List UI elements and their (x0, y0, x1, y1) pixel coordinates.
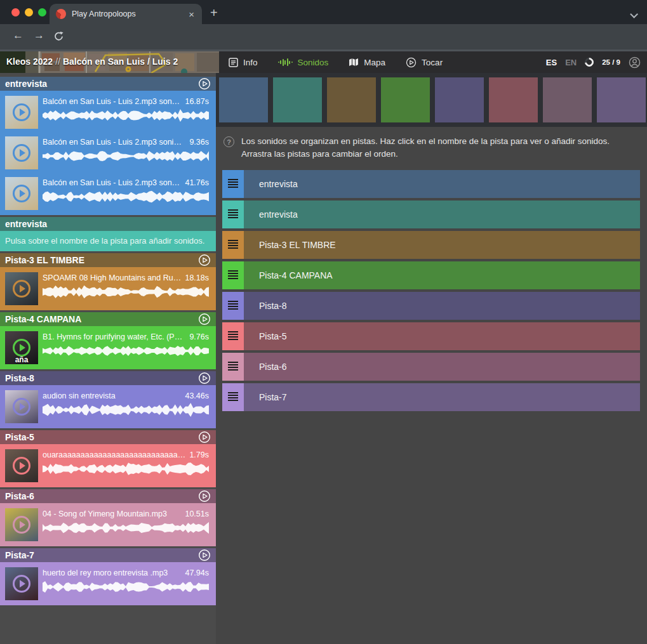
browser-tab[interactable]: Play Antropoloops × (50, 4, 202, 24)
loop-cell[interactable] (381, 77, 430, 122)
clip[interactable]: Balcón en San Luis - Luis 2.mp3 sonido h… (2, 133, 214, 173)
clip[interactable]: SPOAMR 08 High Mountains and Running ...… (2, 269, 214, 308)
forward-button[interactable]: → (34, 29, 44, 42)
clip[interactable]: 04 - Song of Yimeng Mountain.mp310.51s (2, 505, 214, 544)
account-icon[interactable] (629, 56, 641, 69)
clip[interactable]: Balcón en San Luis - Luis 2.mp3 sonido h… (2, 174, 214, 213)
clip[interactable]: audion sin entrevista43.46s (2, 387, 214, 426)
clip-thumbnail[interactable] (5, 177, 38, 210)
clip[interactable]: ouaraaaaaaaaaaaaaaaaaaaaaaaaaaaaaaaaa...… (2, 446, 214, 485)
track-header[interactable]: entrevista (0, 217, 216, 231)
drag-handle[interactable] (222, 200, 244, 228)
lang-es-button[interactable]: ES (546, 58, 557, 67)
drag-handle[interactable] (222, 322, 244, 350)
close-window-button[interactable] (11, 8, 20, 16)
location-thumbnail[interactable]: Kleos 2022//Balcón en San Luis / Luis 2 (0, 51, 219, 73)
loop-cell[interactable] (219, 77, 268, 122)
clip-body: audion sin entrevista43.46s (41, 387, 214, 426)
drag-handle-icon (228, 301, 238, 310)
track-row-pista-5[interactable]: Pista-5 (222, 322, 640, 350)
track-row-entrevista-1[interactable]: entrevista (222, 170, 640, 198)
clip-play-icon[interactable] (13, 280, 30, 298)
drag-handle[interactable] (222, 170, 244, 198)
clip-play-icon[interactable] (13, 457, 30, 475)
play-track-icon[interactable] (198, 490, 211, 503)
nav-mapa[interactable]: Mapa (349, 58, 385, 67)
clip-thumbnail[interactable] (5, 96, 38, 129)
clip-thumbnail[interactable] (5, 449, 38, 482)
help-icon: ? (223, 136, 234, 147)
loop-cell[interactable] (435, 77, 484, 122)
track-row-label: Pista-3 EL TIMBRE (259, 240, 336, 250)
clip-play-icon[interactable] (13, 575, 30, 593)
nav-sonidos[interactable]: Sonidos (278, 58, 329, 67)
track-header[interactable]: Pista-7 (0, 548, 216, 562)
play-track-icon[interactable] (198, 313, 211, 325)
play-track-icon[interactable] (198, 549, 211, 562)
loop-cell[interactable] (489, 77, 538, 122)
clip-thumbnail[interactable] (5, 272, 38, 305)
lang-en-button[interactable]: EN (565, 58, 577, 67)
clip[interactable]: aña B1. Hymns for purifying water, Etc. … (2, 328, 214, 367)
track-row-pista-7[interactable]: Pista-7 (222, 383, 640, 411)
map-icon (349, 58, 359, 67)
track-header[interactable]: Pista-3 EL TIMBRE (0, 253, 216, 267)
track-row-entrevista-2[interactable]: entrevista (222, 200, 640, 228)
track-header[interactable]: entrevista (0, 77, 216, 91)
track-header[interactable]: Pista-6 (0, 489, 216, 503)
drag-handle[interactable] (222, 353, 244, 381)
back-button[interactable]: ← (13, 29, 23, 42)
loop-cell[interactable] (273, 77, 322, 122)
clip-duration: 1.79s (189, 450, 209, 459)
browser-toolbar: ← → app.antropoloops.com/Kleos-Santa-Mar… (0, 24, 647, 49)
loop-cell[interactable] (597, 77, 646, 122)
tab-close-icon[interactable]: × (187, 8, 196, 20)
drag-handle[interactable] (222, 292, 244, 320)
track-row-pista-4[interactable]: Pista-4 CAMPANA (222, 261, 640, 289)
clip-thumbnail[interactable]: aña (5, 331, 38, 364)
play-track-icon[interactable] (198, 431, 211, 444)
loop-cell[interactable] (543, 77, 592, 122)
clip-thumbnail[interactable] (5, 136, 38, 169)
nav-info[interactable]: Info (229, 58, 258, 67)
track-header[interactable]: Pista-4 CAMPANA (0, 312, 216, 326)
play-track-icon[interactable] (198, 372, 211, 384)
clip-thumbnail[interactable] (5, 390, 38, 423)
clip[interactable]: huerto del rey moro entrevista .mp347.94… (2, 564, 214, 603)
app-header-right: ES EN 25 / 9 (546, 51, 641, 73)
play-track-icon[interactable] (198, 77, 211, 90)
loop-cell[interactable] (327, 77, 376, 122)
reload-button[interactable] (53, 31, 64, 42)
track-row-pista-6[interactable]: Pista-6 (222, 353, 640, 381)
clip-play-icon[interactable] (13, 398, 30, 416)
clip-play-icon[interactable] (13, 339, 30, 357)
clip-thumbnail[interactable] (5, 508, 38, 541)
tab-search-chevron-icon[interactable] (630, 10, 638, 18)
track-row-pista-3[interactable]: Pista-3 EL TIMBRE (222, 231, 640, 259)
new-tab-button[interactable]: + (210, 6, 218, 20)
clip[interactable]: Balcón en San Luis - Luis 2.mp3 sonido h… (2, 93, 214, 132)
drag-handle[interactable] (222, 383, 244, 411)
maximize-window-button[interactable] (38, 8, 46, 16)
clip-thumbnail[interactable] (5, 567, 38, 600)
clip-duration: 10.51s (185, 509, 209, 518)
play-track-icon[interactable] (198, 254, 211, 266)
clip-play-icon[interactable] (13, 144, 30, 162)
track-row-label: Pista-8 (259, 301, 287, 311)
track-header[interactable]: Pista-5 (0, 430, 216, 444)
clip-name: Balcón en San Luis - Luis 2.mp3 sonido h… (43, 138, 185, 147)
clip-play-icon[interactable] (13, 103, 30, 121)
clip-play-icon[interactable] (13, 516, 30, 534)
drag-handle[interactable] (222, 231, 244, 259)
track-row-pista-8[interactable]: Pista-8 (222, 292, 640, 320)
clip-counter: 25 / 9 (602, 58, 620, 66)
breadcrumb: Kleos 2022//Balcón en San Luis / Luis 2 (6, 56, 178, 67)
clip-play-icon[interactable] (13, 185, 30, 202)
minimize-window-button[interactable] (25, 8, 33, 16)
track-row-label: Pista-5 (259, 331, 287, 341)
nav-tocar[interactable]: Tocar (406, 57, 443, 68)
track-header[interactable]: Pista-8 (0, 371, 216, 385)
waveform (43, 520, 209, 536)
waveform (43, 343, 209, 358)
drag-handle[interactable] (222, 261, 244, 289)
